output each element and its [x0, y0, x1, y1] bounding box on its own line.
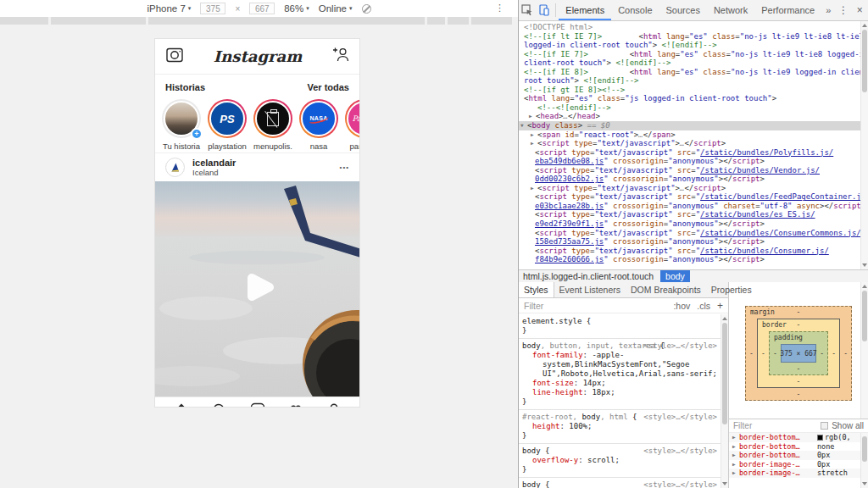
- style-rule[interactable]: <style>…</style>body, button, input, tex…: [519, 339, 721, 410]
- network-throttle-select[interactable]: Online ▾: [319, 3, 353, 14]
- devtools-menu-icon[interactable]: ⋮: [835, 0, 851, 20]
- elements-tree-line[interactable]: ▶<script type="text/javascript">…</scrip…: [519, 184, 860, 193]
- camera-icon[interactable]: [165, 46, 184, 68]
- elements-tree-line[interactable]: e03bc1aae28b.js" crossorigin="anonymous"…: [519, 202, 860, 211]
- story-param[interactable]: Paramparam...: [345, 99, 359, 152]
- post-options-icon[interactable]: •••: [340, 164, 349, 171]
- instagram-bottom-nav: [155, 396, 359, 408]
- box-model-content[interactable]: 375 × 667: [781, 344, 816, 363]
- style-rule[interactable]: <style>…</style>body {line-height: 1;: [519, 478, 721, 488]
- computed-property-row[interactable]: ▶border-bottom…0px: [729, 451, 868, 460]
- story-nasa[interactable]: NASAnasa: [299, 99, 338, 152]
- style-rule[interactable]: <style>…</style>#react-root, body, html …: [519, 410, 721, 444]
- add-story-badge[interactable]: +: [191, 128, 203, 140]
- breadcrumb-selected[interactable]: body: [660, 270, 690, 282]
- elements-tree-line[interactable]: ▼<body class> == $0: [519, 121, 860, 130]
- box-model-border[interactable]: border - - - - padding - - -: [757, 319, 840, 388]
- search-icon[interactable]: [211, 402, 228, 408]
- device-select[interactable]: iPhone 7 ▾: [147, 3, 191, 14]
- elements-tree-line[interactable]: ▶<script type="text/javascript">…</scrip…: [519, 139, 860, 148]
- styles-filter-input[interactable]: Filter: [524, 301, 543, 311]
- elements-tree-line[interactable]: ▶<head>…</head>: [519, 112, 860, 121]
- sidebar-tab-event-listeners[interactable]: Event Listeners: [554, 282, 626, 297]
- elements-tree-line[interactable]: <!DOCTYPE html>: [519, 23, 860, 32]
- add-people-icon[interactable]: [331, 46, 349, 67]
- elements-tree-line[interactable]: <script type="text/javascript" src="/sta…: [519, 247, 860, 256]
- elements-scrollbar[interactable]: [860, 21, 868, 269]
- elements-tree-line[interactable]: 0dd00230c6b2.js" crossorigin="anonymous"…: [519, 175, 860, 184]
- computed-property-row[interactable]: ▶border-bottom…rgb(0,: [729, 433, 868, 442]
- play-button-icon[interactable]: [234, 263, 281, 314]
- viewport-width-input[interactable]: [200, 3, 225, 14]
- dimension-separator: ×: [235, 4, 240, 14]
- elements-tree-line[interactable]: <!--[if IE 7]> <html lang="es" class="no…: [519, 50, 860, 59]
- zoom-select[interactable]: 86% ▾: [284, 3, 309, 14]
- elements-tree-line[interactable]: <!--[if IE 8]> <html lang="es" class="no…: [519, 68, 860, 77]
- inspect-element-icon[interactable]: [519, 0, 536, 20]
- elements-tree-line[interactable]: <script type="text/javascript" src="/sta…: [519, 166, 860, 175]
- device-toolbar-toggle-icon[interactable]: [536, 0, 553, 20]
- tabs-overflow-button[interactable]: »: [821, 0, 835, 20]
- elements-tree-line[interactable]: <script type="text/javascript" src="/sta…: [519, 148, 860, 158]
- computed-property-row[interactable]: ▶border-image-…0px: [729, 460, 868, 469]
- tab-performance[interactable]: Performance: [754, 0, 821, 20]
- elements-tree-line[interactable]: logged-in client-root touch"> <![endif]-…: [519, 41, 860, 50]
- toggle-class-button[interactable]: .cls: [697, 301, 710, 311]
- tab-console[interactable]: Console: [611, 0, 659, 20]
- box-model-scrollbar[interactable]: [860, 282, 868, 419]
- post-location[interactable]: Iceland: [192, 168, 236, 177]
- elements-tree-line[interactable]: root touch"> <![endif]-->: [519, 76, 860, 86]
- activity-heart-icon[interactable]: [287, 402, 304, 408]
- computed-filter-input[interactable]: Filter: [733, 421, 752, 430]
- show-all-checkbox[interactable]: [821, 422, 828, 430]
- new-post-icon[interactable]: [249, 402, 266, 408]
- toggle-hover-state-button[interactable]: :hov: [673, 301, 690, 311]
- elements-tree-line[interactable]: <script type="text/javascript" src="/sta…: [519, 229, 860, 238]
- elements-tree-line[interactable]: e9ed2f39e9f1.js" crossorigin="anonymous"…: [519, 219, 860, 229]
- elements-tree-line[interactable]: <!--[if gt IE 8]><!-->: [519, 86, 860, 95]
- story-playstation[interactable]: PSplaystation: [208, 99, 247, 152]
- story-menupolis[interactable]: menupolis...: [253, 99, 292, 152]
- story-tuhistoria[interactable]: +Tu historia: [162, 99, 201, 152]
- story-label: menupolis...: [253, 141, 292, 151]
- browser-page-area: iPhone 7 ▾ × 86% ▾ Online ▾ ⋮: [0, 0, 518, 488]
- elements-tree-line[interactable]: 158ed735aa75.js" crossorigin="anonymous"…: [519, 237, 860, 247]
- computed-property-row[interactable]: ▶border-image-…stretch: [729, 469, 868, 478]
- stories-see-all-link[interactable]: Ver todas: [307, 82, 349, 92]
- stories-title: Historias: [165, 82, 205, 92]
- icelandair-avatar[interactable]: [165, 158, 185, 177]
- profile-icon[interactable]: [326, 402, 342, 408]
- elements-tree-line[interactable]: <!--[if lt IE 7]> <html lang="es" class=…: [519, 32, 860, 42]
- computed-scrollbar[interactable]: [860, 433, 868, 488]
- elements-tree-line[interactable]: client-root touch"> <![endif]-->: [519, 58, 860, 68]
- viewport-height-input[interactable]: [249, 3, 275, 14]
- elements-tree-line[interactable]: eba549db6e08.js" crossorigin="anonymous"…: [519, 157, 860, 166]
- device-toolbar: iPhone 7 ▾ × 86% ▾ Online ▾ ⋮: [0, 0, 518, 17]
- elements-tree-line[interactable]: ▶<span id="react-root">…</span>: [519, 130, 860, 140]
- devtools-close-icon[interactable]: ×: [852, 0, 868, 20]
- elements-tree-line[interactable]: <html lang="es" class="js logged-in clie…: [519, 94, 860, 103]
- sidebar-tab-dom-breakpoints[interactable]: DOM Breakpoints: [626, 282, 706, 297]
- tab-elements[interactable]: Elements: [559, 0, 611, 20]
- box-model-margin[interactable]: margin - - - - border - - - -: [745, 306, 852, 401]
- breadcrumb-path[interactable]: html.js.logged-in.client-root.touch: [523, 271, 654, 281]
- box-model-padding[interactable]: padding - - - - 375 × 667: [769, 331, 828, 375]
- zoom-select-label: 86%: [284, 3, 303, 14]
- styles-scrollbar[interactable]: [721, 314, 728, 488]
- post-username[interactable]: icelandair: [192, 158, 236, 168]
- post-video[interactable]: [155, 181, 359, 396]
- new-style-rule-button[interactable]: +: [717, 300, 723, 312]
- tab-sources[interactable]: Sources: [659, 0, 707, 20]
- tab-network[interactable]: Network: [707, 0, 754, 20]
- home-icon[interactable]: [173, 402, 190, 408]
- device-toolbar-more-button[interactable]: ⋮: [495, 3, 504, 14]
- sidebar-tab-styles[interactable]: Styles: [519, 282, 554, 297]
- elements-tree-line[interactable]: <!--<![endif]-->: [519, 103, 860, 113]
- style-rule[interactable]: element.style {}: [519, 314, 721, 339]
- story-ring: NASA: [299, 99, 338, 138]
- elements-tree-line[interactable]: <script type="text/javascript" src="/sta…: [519, 210, 860, 219]
- elements-tree-line[interactable]: f84b9e260666.js" crossorigin="anonymous"…: [519, 255, 860, 264]
- computed-property-row[interactable]: ▶border-bottom…none: [729, 442, 868, 452]
- style-rule[interactable]: <style>…</style>body {overflow-y: scroll…: [519, 444, 721, 478]
- elements-tree-line[interactable]: <script type="text/javascript" src="/sta…: [519, 192, 860, 202]
